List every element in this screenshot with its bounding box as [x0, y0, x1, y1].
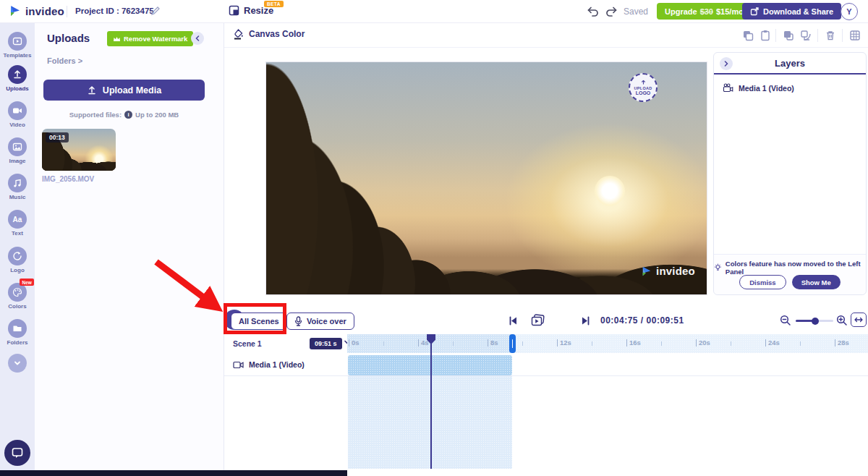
notice-text: Colors feature has now moved to the Left… [726, 260, 866, 276]
fit-width-icon [854, 317, 863, 323]
invideo-editor: invideo Project ID : 7623475 Resize BETA… [0, 0, 868, 476]
copy-icon[interactable] [742, 30, 754, 41]
invideo-watermark-icon [641, 265, 652, 277]
sidebar-item-label: Uploads [6, 85, 29, 92]
upload-logo-line2: LOGO [636, 90, 651, 95]
sidebar-item-colors[interactable]: New Colors [0, 283, 35, 310]
upgrade-label: Upgrade [665, 7, 697, 16]
sidebar-item-templates[interactable]: Templates [0, 32, 35, 59]
new-badge: New [20, 279, 34, 286]
clip-end-handle[interactable] [509, 334, 516, 353]
watermark-text: invideo [656, 265, 695, 277]
horizontal-scrollbar[interactable] [0, 470, 347, 476]
info-icon[interactable]: i [124, 111, 132, 119]
uploads-panel: Uploads Remove Watermark Folders > Uploa… [35, 23, 224, 476]
sidebar-item-label: Logo [10, 267, 25, 273]
skip-start-icon[interactable] [509, 316, 518, 326]
ruler-minor-tick [592, 341, 592, 346]
ruler-minor-tick [383, 341, 384, 346]
user-avatar[interactable]: Y [841, 3, 858, 20]
beta-badge: BETA [264, 1, 284, 7]
edit-project-icon[interactable] [150, 6, 161, 16]
upload-logo-button[interactable]: UPLOAD LOGO [629, 73, 658, 102]
chat-bubble-icon [11, 446, 24, 459]
zoom-out-icon[interactable] [780, 315, 791, 326]
fit-timeline-button[interactable] [851, 313, 867, 327]
remove-watermark-label: Remove Watermark [124, 35, 187, 43]
sidebar-item-label: Templates [4, 52, 32, 59]
sidebar-more-button[interactable] [0, 354, 35, 373]
upload-media-label: Upload Media [103, 85, 161, 95]
collapse-panel-button[interactable] [191, 32, 204, 45]
media-filename: IMG_2056.MOV [42, 175, 94, 183]
sidebar-item-text[interactable]: Aa Text [0, 210, 35, 237]
upgrade-new-price: $15/mo [716, 7, 744, 16]
redo-icon[interactable] [605, 5, 618, 18]
media-thumbnail[interactable]: 00:13 [42, 129, 116, 171]
chat-support-button[interactable] [4, 440, 30, 466]
upgrade-button[interactable]: Upgrade $30 $15/mo [657, 3, 752, 20]
dismiss-button[interactable]: Dismiss [739, 275, 786, 289]
sidebar-item-uploads[interactable]: Uploads [0, 65, 35, 92]
upload-media-button[interactable]: Upload Media [43, 80, 205, 101]
video-icon [8, 101, 27, 120]
sidebar-item-video[interactable]: Video [0, 101, 35, 128]
sidebar-item-image[interactable]: Image [0, 137, 35, 164]
avatar-initial: Y [846, 7, 851, 16]
layer-item[interactable]: Media 1 (Video) [723, 83, 794, 93]
topbar-divider [67, 6, 67, 17]
download-share-button[interactable]: Download & Share [742, 3, 841, 20]
remove-watermark-button[interactable]: Remove Watermark [107, 31, 193, 46]
canvas-color-label: Canvas Color [249, 29, 305, 39]
scene-play-icon[interactable] [531, 314, 545, 328]
scene-name: Scene 1 [233, 339, 262, 348]
ruler-minor-tick [453, 341, 454, 346]
undo-icon[interactable] [587, 5, 600, 18]
show-me-button[interactable]: Show Me [792, 275, 841, 289]
toolbar-divider [817, 29, 818, 42]
ruler-tick: 12s [557, 339, 571, 347]
project-id-label: Project ID : 7623475 [75, 7, 154, 15]
folders-link[interactable]: Folders > [47, 56, 82, 65]
zoom-slider-knob[interactable] [812, 318, 819, 325]
invideo-watermark: invideo [641, 265, 695, 277]
bring-forward-icon[interactable] [783, 30, 794, 41]
sidebar-item-folders[interactable]: Folders [0, 319, 35, 346]
canvas-color-button[interactable]: Canvas Color [233, 28, 305, 40]
trash-icon[interactable] [825, 30, 836, 41]
toolbar-divider [775, 29, 776, 42]
supported-files-label: Supported files: [69, 111, 122, 119]
ruler-minor-tick [800, 341, 801, 346]
brand-logo[interactable]: invideo [9, 4, 64, 17]
image-icon [8, 137, 27, 156]
video-preview[interactable]: UPLOAD LOGO invideo [265, 61, 707, 295]
paste-icon[interactable] [760, 30, 771, 41]
timeline-zoom-slider[interactable] [796, 320, 833, 322]
grid-icon[interactable] [849, 30, 861, 41]
zoom-in-icon[interactable] [836, 315, 848, 326]
track-label[interactable]: Media 1 (Video) [233, 360, 305, 369]
ruler-minor-tick [731, 341, 731, 346]
voice-over-button[interactable]: Voice over [286, 313, 354, 330]
ruler-tick: 28s [835, 339, 849, 347]
sidebar-item-logo[interactable]: Logo [0, 247, 35, 273]
all-scenes-button[interactable]: All Scenes [231, 313, 287, 330]
uploads-icon [8, 65, 27, 84]
resize-icon [229, 5, 239, 16]
ruler-tick: 24s [765, 339, 780, 347]
share-icon [750, 7, 759, 16]
send-backward-icon[interactable] [800, 30, 812, 41]
upload-logo-icon [640, 80, 647, 86]
scene-duration-badge[interactable]: 09:51 s [310, 338, 342, 349]
brand-name: invideo [25, 5, 64, 17]
saved-status: Saved [624, 7, 648, 17]
track-label-text: Media 1 (Video) [249, 360, 305, 369]
ruler-tick: 0s [349, 339, 359, 347]
skip-end-icon[interactable] [581, 316, 590, 326]
timeline-ruler[interactable]: 0s 4s 8s 12s 16s 20s 24s 28s [347, 334, 868, 353]
sidebar-item-music[interactable]: Music [0, 174, 35, 200]
invideo-logo-icon [9, 4, 22, 17]
layer-item-label: Media 1 (Video) [739, 84, 794, 93]
colors-icon: New [8, 283, 27, 302]
sidebar-item-label: Folders [7, 339, 28, 346]
